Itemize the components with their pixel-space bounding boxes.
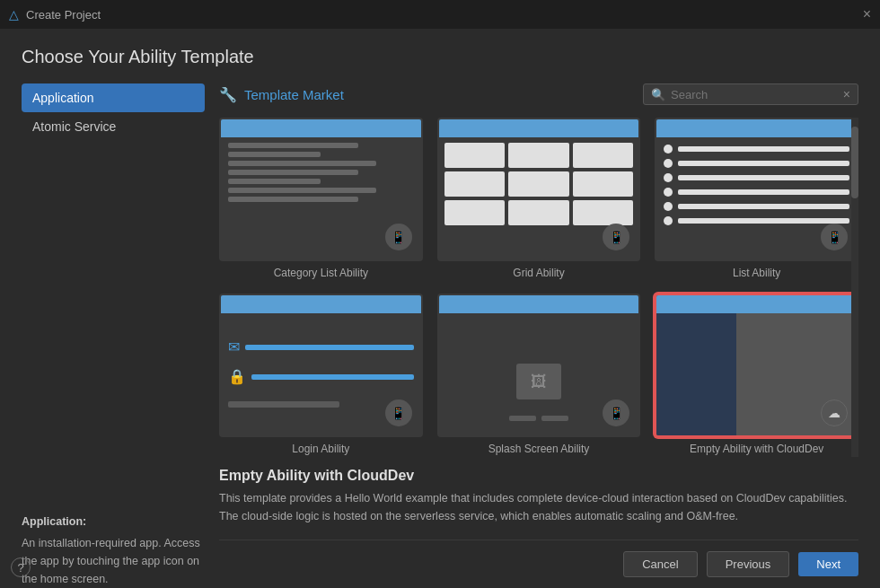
card-label-category-list: Category List Ability [274, 267, 368, 279]
card-preview-splash: 🖼 📱 [437, 294, 641, 437]
card-label-splash: Splash Screen Ability [488, 443, 590, 455]
selected-template-name: Empty Ability with CloudDev [219, 468, 858, 484]
cat-line-2 [228, 152, 321, 157]
login-field-2 [251, 374, 414, 380]
sidebar-desc-text: An installation-required app. Access the… [22, 534, 205, 588]
template-card-empty-clouddev[interactable]: ☁ Empty Ability with CloudDev [655, 294, 858, 455]
template-card-login[interactable]: ✉ 🔒 📱 [219, 294, 423, 455]
selected-template-description: Empty Ability with CloudDev This templat… [219, 468, 858, 532]
lc4 [664, 188, 673, 197]
template-grid: 📱 Category List Ability [219, 118, 858, 455]
card-preview-login: ✉ 🔒 📱 [219, 294, 423, 437]
gc8 [508, 200, 569, 225]
cat-line-3 [228, 161, 376, 166]
main-content: Choose Your Ability Template Application… [0, 29, 880, 588]
login-spacer [228, 320, 414, 338]
template-market-text: Template Market [244, 87, 344, 102]
search-input[interactable] [671, 88, 838, 101]
template-grid-container: 📱 Category List Ability [219, 118, 858, 457]
app-logo-icon: △ [9, 7, 19, 22]
search-clear-icon[interactable]: × [843, 87, 850, 101]
gc1 [444, 143, 506, 168]
card-preview-grid: 📱 [437, 118, 641, 261]
scrollbar-track[interactable] [851, 118, 858, 457]
search-box[interactable]: 🔍 × [643, 83, 858, 105]
phone-badge-grid: 📱 [603, 224, 629, 250]
splash-ctrl-2 [541, 416, 568, 421]
lc5 [664, 202, 673, 211]
list-preview-header [656, 119, 857, 137]
login-preview-header [221, 295, 421, 313]
clouddev-preview-header [656, 295, 857, 313]
lc2 [664, 159, 673, 168]
help-icon[interactable]: ? [11, 557, 31, 577]
lr1 [664, 145, 849, 154]
gc9 [573, 200, 634, 225]
card-preview-list: 📱 [655, 118, 858, 261]
phone-badge-login: 📱 [385, 399, 412, 426]
cat-line-1 [228, 143, 358, 148]
gc6 [573, 171, 634, 197]
lr4 [664, 188, 849, 197]
search-icon: 🔍 [651, 88, 665, 101]
close-icon[interactable]: × [863, 6, 871, 22]
gc2 [508, 143, 569, 168]
page-title: Choose Your Ability Template [22, 47, 858, 67]
gc5 [508, 171, 569, 197]
phone-badge-list: 📱 [821, 224, 848, 250]
ll6 [678, 218, 849, 224]
right-panel: 🔧 Template Market 🔍 × [219, 83, 858, 588]
login-preview-body: ✉ 🔒 [221, 313, 421, 415]
card-preview-empty-clouddev: ☁ [655, 294, 858, 437]
sidebar-item-application[interactable]: Application [22, 83, 205, 112]
template-market-label[interactable]: 🔧 Template Market [219, 86, 344, 103]
cancel-button[interactable]: Cancel [623, 551, 697, 577]
sidebar-desc-title: Application: [22, 513, 205, 531]
template-card-grid[interactable]: 📱 Grid Ability [437, 118, 641, 279]
envelope-icon: ✉ [228, 338, 240, 355]
sidebar-item-atomic-service[interactable]: Atomic Service [22, 112, 205, 141]
splash-image-placeholder: 🖼 [516, 364, 561, 399]
cloud-icon-badge: ☁ [821, 399, 848, 426]
splash-preview-header [439, 295, 639, 313]
card-label-login: Login Ability [292, 443, 349, 455]
lr6 [664, 216, 849, 225]
gc7 [444, 200, 506, 225]
template-card-splash[interactable]: 🖼 📱 Splash Screen Ability [437, 294, 641, 455]
title-bar: △ Create Project × [0, 0, 880, 29]
next-button[interactable]: Next [798, 552, 858, 576]
cat-line-7 [228, 197, 358, 202]
title-bar-title: Create Project [26, 8, 101, 22]
body-area: Application Atomic Service Application: … [22, 83, 858, 588]
template-card-category-list[interactable]: 📱 Category List Ability [219, 118, 423, 279]
ll1 [678, 146, 849, 152]
template-market-icon: 🔧 [219, 86, 237, 103]
sidebar-description: Application: An installation-required ap… [22, 502, 205, 588]
login-gap [228, 361, 414, 368]
gc3 [573, 143, 634, 168]
lc6 [664, 216, 673, 225]
right-header: 🔧 Template Market 🔍 × [219, 83, 858, 105]
lc1 [664, 145, 673, 154]
title-bar-left: △ Create Project [9, 7, 101, 22]
cat-preview-header [221, 119, 421, 137]
cat-line-5 [228, 179, 321, 184]
scrollbar-thumb[interactable] [851, 127, 858, 198]
gc4 [444, 171, 506, 197]
ll4 [678, 189, 849, 195]
phone-badge-category: 📱 [385, 224, 412, 250]
image-icon: 🖼 [531, 373, 547, 391]
card-label-list: List Ability [733, 267, 780, 279]
login-gap2 [228, 391, 414, 401]
selected-template-text: This template provides a Hello World exa… [219, 489, 858, 525]
lr5 [664, 202, 849, 211]
cat-line-6 [228, 188, 376, 193]
cat-line-4 [228, 170, 358, 175]
grid-preview-header [439, 119, 639, 137]
previous-button[interactable]: Previous [707, 551, 790, 577]
lock-icon: 🔒 [228, 368, 246, 385]
template-card-list[interactable]: 📱 List Ability [655, 118, 858, 279]
login-row2: 🔒 [228, 368, 414, 385]
login-field-1 [245, 345, 414, 350]
footer: Cancel Previous Next [219, 540, 858, 588]
